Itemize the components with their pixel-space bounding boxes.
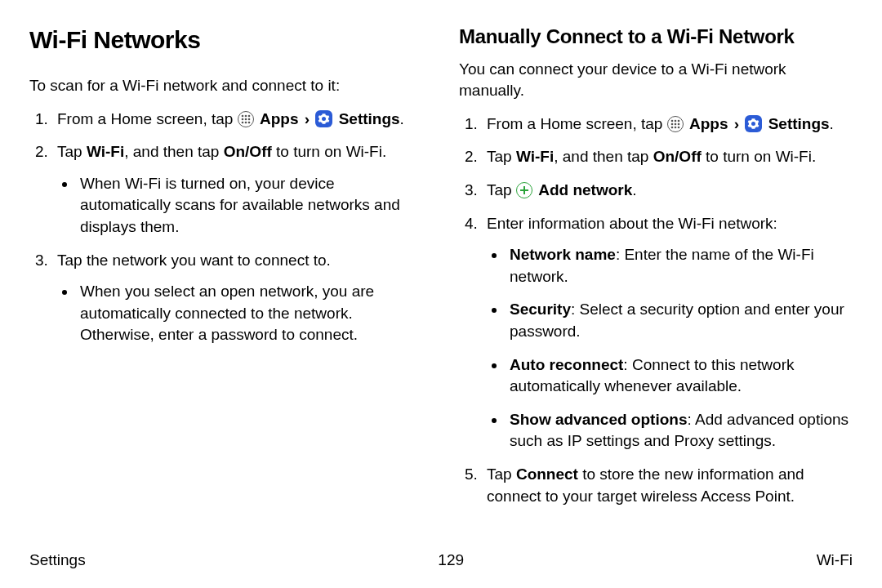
svg-point-3: [241, 118, 243, 120]
svg-point-2: [247, 114, 250, 117]
section-heading: Wi-Fi Networks: [29, 23, 423, 57]
step-item: From a Home screen, tap Apps › Settings.: [482, 114, 853, 136]
gear-icon: [315, 110, 332, 127]
step-text: Tap: [487, 181, 516, 198]
add-network-label: Add network: [538, 181, 632, 198]
bullet-item: Security: Select a security option and e…: [506, 299, 853, 342]
left-column: Wi-Fi Networks To scan for a Wi-Fi netwo…: [29, 23, 423, 543]
intro-text: To scan for a Wi-Fi network and connect …: [29, 75, 423, 97]
svg-point-12: [670, 122, 673, 125]
svg-point-8: [247, 121, 250, 123]
step-text: , and then tap: [554, 148, 653, 165]
svg-point-17: [677, 126, 679, 128]
field-label: Auto reconnect: [510, 356, 623, 373]
svg-point-10: [674, 119, 676, 122]
left-steps: From a Home screen, tap Apps › Settings.…: [29, 109, 423, 346]
svg-point-1: [244, 114, 247, 117]
svg-point-15: [670, 126, 673, 128]
bullet-item: When Wi-Fi is turned on, your device aut…: [77, 173, 423, 238]
step-text: Tap: [487, 148, 516, 165]
footer-right: Wi-Fi: [817, 550, 853, 572]
page-footer: Settings 129 Wi-Fi: [29, 543, 853, 572]
step-text: to turn on Wi-Fi.: [272, 143, 386, 160]
right-column: Manually Connect to a Wi-Fi Network You …: [459, 23, 853, 543]
svg-point-9: [670, 119, 673, 122]
connect-label: Connect: [516, 466, 578, 483]
step-text: Tap the network you want to connect to.: [57, 252, 331, 269]
chevron-icon: ›: [305, 110, 310, 127]
step-text: , and then tap: [124, 143, 224, 160]
period: .: [830, 115, 834, 132]
bullet-item: Auto reconnect: Connect to this network …: [506, 354, 853, 398]
field-label: Network name: [510, 246, 616, 263]
bullet-item: Network name: Enter the name of the Wi-F…: [506, 244, 853, 287]
step-item: From a Home screen, tap Apps › Settings.: [52, 109, 423, 131]
sub-bullets: Network name: Enter the name of the Wi-F…: [487, 244, 853, 452]
svg-point-4: [244, 118, 247, 120]
sub-bullets: When you select an open network, you are…: [57, 281, 423, 346]
step-text: From a Home screen, tap: [487, 115, 667, 132]
onoff-label: On/Off: [224, 143, 272, 160]
chevron-icon: ›: [734, 115, 739, 132]
footer-left: Settings: [29, 550, 86, 572]
period: .: [400, 110, 404, 127]
svg-point-5: [247, 118, 250, 120]
step-text: Tap: [487, 466, 516, 483]
step-item: Tap the network you want to connect to. …: [52, 250, 423, 346]
step-text: From a Home screen, tap: [57, 110, 238, 127]
gear-icon: [745, 115, 762, 132]
svg-point-6: [241, 121, 243, 123]
apps-icon: [238, 111, 254, 127]
sub-bullets: When Wi-Fi is turned on, your device aut…: [57, 173, 423, 238]
onoff-label: On/Off: [653, 148, 702, 165]
step-text: to turn on Wi-Fi.: [702, 148, 816, 165]
wifi-label: Wi-Fi: [87, 143, 124, 160]
svg-point-7: [244, 121, 247, 123]
intro-text: You can connect your device to a Wi-Fi n…: [459, 59, 853, 102]
settings-label: Settings: [768, 115, 830, 132]
apps-label: Apps: [260, 110, 299, 127]
step-item: Tap Connect to store the new information…: [482, 464, 853, 507]
apps-label: Apps: [689, 115, 728, 132]
step-text: Tap: [57, 143, 87, 160]
apps-icon: [667, 116, 684, 132]
step-item: Tap Wi-Fi, and then tap On/Off to turn o…: [52, 141, 423, 238]
bullet-item: When you select an open network, you are…: [77, 281, 423, 346]
svg-point-0: [241, 114, 243, 117]
period: .: [632, 181, 636, 198]
svg-point-13: [674, 122, 676, 125]
page-number: 129: [438, 550, 464, 572]
right-steps: From a Home screen, tap Apps › Settings.…: [459, 114, 853, 507]
field-label: Show advanced options: [510, 411, 687, 428]
step-item: Enter information about the Wi-Fi networ…: [482, 213, 853, 452]
bullet-item: Show advanced options: Add advanced opti…: [506, 409, 853, 452]
svg-point-14: [677, 122, 679, 125]
svg-point-11: [677, 119, 679, 122]
field-label: Security: [510, 301, 571, 318]
svg-point-16: [674, 126, 676, 128]
step-item: Tap Wi-Fi, and then tap On/Off to turn o…: [482, 146, 853, 168]
wifi-label: Wi-Fi: [516, 148, 554, 165]
step-item: Tap Add network.: [482, 180, 853, 202]
subsection-heading: Manually Connect to a Wi-Fi Network: [459, 23, 853, 51]
step-text: Enter information about the Wi-Fi networ…: [487, 215, 777, 232]
settings-label: Settings: [339, 110, 400, 127]
content-columns: Wi-Fi Networks To scan for a Wi-Fi netwo…: [29, 23, 853, 543]
plus-icon: [516, 182, 532, 198]
